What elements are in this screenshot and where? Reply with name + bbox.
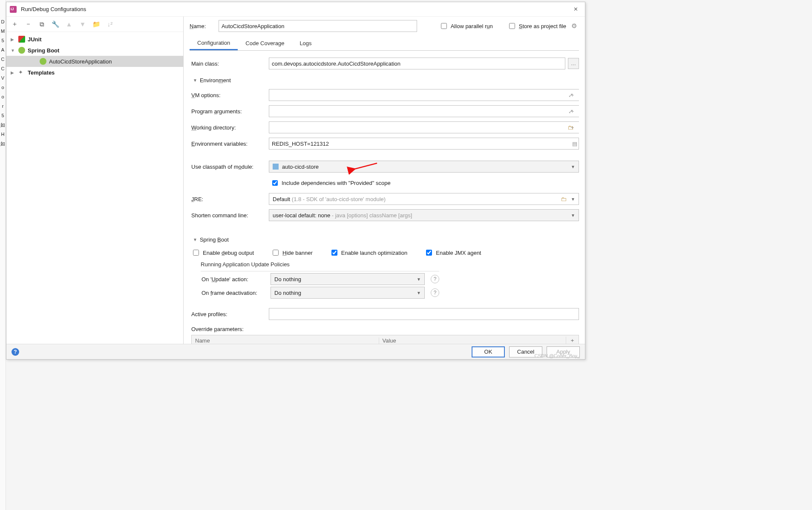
config-sidebar: ＋ － ⧉ 🔧 ▲ ▼ 📁 ↓² ▶ JUnit ▼ Spring Boot — [6, 17, 184, 344]
tree-label: AutoCicdStoreApplication — [49, 58, 112, 65]
on-frame-deactivation-select[interactable]: Do nothing ▼ — [271, 287, 425, 299]
copy-config-button[interactable]: ⧉ — [37, 20, 46, 29]
chevron-down-icon: ▼ — [417, 291, 421, 295]
active-profiles-input[interactable] — [269, 308, 579, 320]
tree-node-junit[interactable]: ▶ JUnit — [6, 34, 183, 45]
classpath-module-select[interactable]: auto-cicd-store ▼ — [269, 161, 579, 173]
tab-code-coverage[interactable]: Code Coverage — [238, 36, 292, 50]
editor-gutter: DM5ACCVoor5如H如 — [0, 0, 6, 510]
tree-node-templates[interactable]: ▶ Templates — [6, 67, 183, 78]
config-tree: ▶ JUnit ▼ Spring Boot AutoCicdStoreAppli… — [6, 32, 183, 344]
tree-node-app[interactable]: AutoCicdStoreApplication — [6, 56, 183, 67]
tab-logs[interactable]: Logs — [292, 36, 319, 50]
name-input[interactable] — [219, 20, 417, 32]
templates-icon — [18, 69, 25, 76]
chevron-down-icon: ▼ — [11, 48, 16, 53]
junit-icon — [18, 36, 25, 43]
active-profiles-label: Active profiles: — [190, 311, 269, 317]
chevron-right-icon: ▶ — [11, 70, 16, 75]
watermark: CSDN @Coder_Boy_ — [534, 353, 580, 358]
shorten-cmdline-label: Shorten command line: — [190, 212, 269, 219]
config-form: Main class: … ▼ Environment VM options: — [190, 51, 579, 344]
spring-icon — [40, 58, 46, 65]
main-panel: Name: Allow parallel run Store as projec… — [184, 17, 585, 344]
sidebar-toolbar: ＋ － ⧉ 🔧 ▲ ▼ 📁 ↓² — [6, 17, 183, 32]
enable-jmx-agent-checkbox[interactable]: Enable JMX agent — [424, 248, 481, 257]
dialog-footer: ? OK Cancel Apply — [6, 344, 585, 359]
chevron-down-icon: ▼ — [571, 197, 575, 202]
intellij-icon — [10, 6, 17, 13]
tree-label: Spring Boot — [28, 47, 59, 54]
gear-icon[interactable]: ⚙ — [571, 22, 579, 30]
help-icon[interactable]: ? — [431, 288, 439, 297]
triangle-down-icon: ▼ — [193, 237, 197, 242]
folder-icon[interactable]: 🗀 — [561, 196, 567, 202]
move-down-button[interactable]: ▼ — [78, 20, 87, 29]
titlebar: Run/Debug Configurations ✕ — [6, 2, 585, 17]
config-tabs: Configuration Code Coverage Logs — [190, 36, 579, 51]
chevron-down-icon: ▼ — [571, 213, 575, 218]
help-icon[interactable]: ? — [431, 275, 439, 283]
tree-label: Templates — [28, 69, 55, 76]
close-button[interactable]: ✕ — [570, 3, 582, 15]
dialog-title: Run/Debug Configurations — [21, 6, 570, 12]
tab-configuration[interactable]: Configuration — [190, 36, 238, 50]
update-policies-title: Running Application Update Policies — [201, 261, 579, 268]
chevron-right-icon: ▶ — [11, 37, 16, 42]
store-as-project-file-checkbox[interactable]: Store as project file — [507, 22, 566, 30]
chevron-down-icon: ▼ — [417, 277, 421, 282]
triangle-down-icon: ▼ — [193, 78, 197, 83]
expand-icon[interactable]: ⤢ — [566, 90, 575, 100]
browse-class-button[interactable]: … — [568, 58, 579, 69]
name-label: Name: — [190, 23, 213, 29]
allow-parallel-run-checkbox[interactable]: Allow parallel run — [439, 22, 493, 30]
on-update-action-select[interactable]: Do nothing ▼ — [271, 273, 425, 285]
select-value: Do nothing — [274, 276, 301, 282]
hide-banner-checkbox[interactable]: Hide banner — [271, 248, 313, 257]
module-icon — [273, 164, 279, 170]
remove-config-button[interactable]: － — [23, 20, 33, 29]
shorten-cmdline-select[interactable]: user-local default: none - java [options… — [269, 209, 579, 221]
run-debug-dialog: Run/Debug Configurations ✕ ＋ － ⧉ 🔧 ▲ ▼ 📁… — [6, 2, 585, 360]
override-parameters-table: Name Value ＋ — [191, 335, 579, 344]
working-directory-input[interactable] — [269, 121, 579, 133]
vm-options-input[interactable] — [269, 89, 579, 101]
enable-debug-output-checkbox[interactable]: Enable debug output — [191, 248, 254, 257]
spring-icon — [18, 47, 25, 54]
move-up-button[interactable]: ▲ — [64, 20, 74, 29]
tree-node-spring-boot[interactable]: ▼ Spring Boot — [6, 45, 183, 56]
table-col-name: Name — [192, 337, 379, 344]
list-icon[interactable]: ▤ — [570, 138, 579, 149]
spring-boot-section-header[interactable]: ▼ Spring Boot — [190, 233, 579, 246]
environment-section-header[interactable]: ▼ Environment — [190, 74, 579, 86]
ok-button[interactable]: OK — [472, 346, 505, 357]
help-button[interactable]: ? — [12, 348, 19, 356]
main-class-input[interactable] — [269, 58, 565, 69]
main-class-label: Main class: — [190, 61, 269, 67]
sort-icon[interactable]: ↓² — [105, 20, 115, 29]
select-value: auto-cicd-store — [282, 164, 319, 170]
wrench-icon[interactable]: 🔧 — [51, 20, 60, 29]
environment-variables-input[interactable] — [269, 138, 579, 150]
enable-launch-optimization-checkbox[interactable]: Enable launch optimization — [330, 248, 407, 257]
folder-move-icon[interactable]: 📁 — [92, 20, 101, 29]
select-value: Do nothing — [274, 290, 301, 296]
program-arguments-input[interactable] — [269, 105, 579, 117]
chevron-down-icon: ▼ — [571, 164, 575, 169]
include-provided-checkbox[interactable]: Include dependencies with "Provided" sco… — [271, 179, 391, 187]
folder-icon[interactable]: 🗀 — [566, 122, 575, 133]
add-config-button[interactable]: ＋ — [10, 20, 19, 29]
add-row-button[interactable]: ＋ — [566, 337, 579, 344]
tree-label: JUnit — [28, 36, 42, 43]
jre-select[interactable]: Default (1.8 - SDK of 'auto-cicd-store' … — [269, 193, 579, 205]
table-col-value: Value — [379, 337, 566, 344]
expand-icon[interactable]: ⤢ — [566, 106, 575, 116]
